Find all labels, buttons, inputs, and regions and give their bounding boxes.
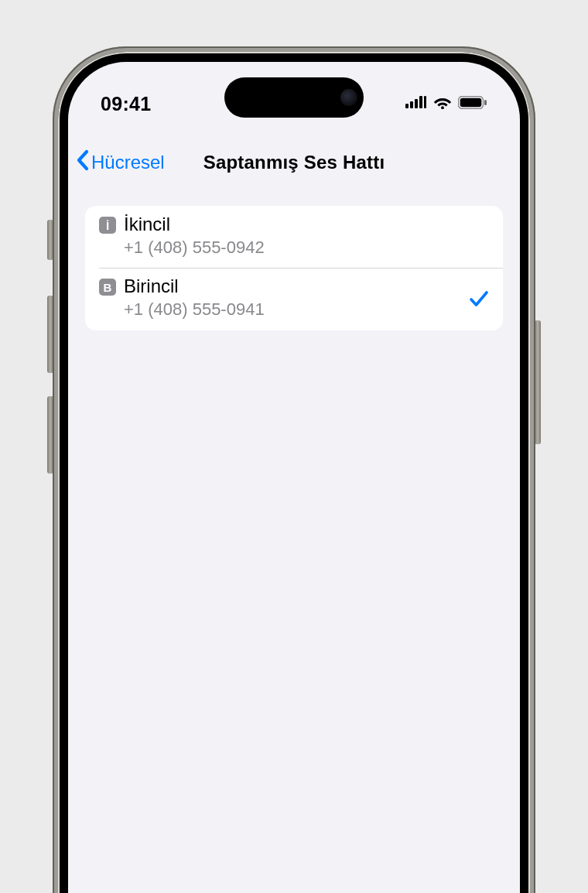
wifi-icon <box>433 96 452 112</box>
content-area: İ İkincil +1 (408) 555-0942 B Birincil +… <box>85 206 503 330</box>
dynamic-island <box>224 77 364 118</box>
chevron-left-icon <box>76 149 90 176</box>
battery-icon <box>458 96 487 112</box>
navigation-bar: Hücresel Saptanmış Ses Hattı <box>68 142 520 183</box>
line-number: +1 (408) 555-0941 <box>124 298 463 321</box>
svg-rect-1 <box>410 101 413 108</box>
voice-line-option-primary[interactable]: B Birincil +1 (408) 555-0941 <box>85 268 503 330</box>
screen: 09:41 <box>68 62 520 893</box>
cellular-signal-icon <box>405 96 427 111</box>
svg-rect-0 <box>405 104 409 108</box>
voice-line-list: İ İkincil +1 (408) 555-0942 B Birincil +… <box>85 206 503 330</box>
page-title: Saptanmış Ses Hattı <box>203 152 385 173</box>
line-badge: B <box>99 279 116 296</box>
svg-rect-7 <box>460 98 482 107</box>
checkmark-icon <box>469 289 489 308</box>
iphone-device-frame: 09:41 <box>53 46 535 893</box>
voice-line-option-secondary[interactable]: İ İkincil +1 (408) 555-0942 <box>85 206 503 268</box>
line-label: Birincil <box>124 275 463 298</box>
svg-rect-4 <box>424 96 426 108</box>
power-button <box>535 320 541 444</box>
svg-rect-3 <box>419 96 422 108</box>
status-time: 09:41 <box>101 93 151 115</box>
svg-point-5 <box>441 106 444 109</box>
svg-rect-2 <box>415 99 418 108</box>
svg-rect-8 <box>484 100 487 105</box>
line-badge: İ <box>99 217 116 234</box>
front-camera <box>340 89 357 106</box>
status-icons <box>405 96 487 112</box>
line-number: +1 (408) 555-0942 <box>124 236 489 259</box>
back-button-label: Hücresel <box>91 152 165 173</box>
line-label: İkincil <box>124 214 489 236</box>
back-button[interactable]: Hücresel <box>76 149 165 176</box>
